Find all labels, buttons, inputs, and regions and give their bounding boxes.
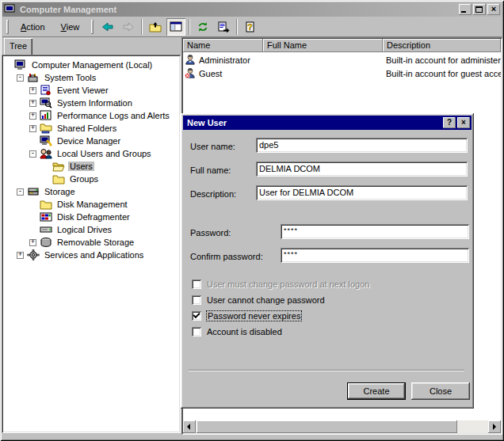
tree-item-label[interactable]: Device Manager	[55, 136, 122, 146]
checkbox-label[interactable]: User cannot change password	[207, 295, 325, 305]
close-button[interactable]: ×	[487, 4, 500, 15]
tree-item-label[interactable]: Computer Management (Local)	[30, 60, 154, 70]
tree-item-label[interactable]: Performance Logs and Alerts	[55, 111, 171, 120]
tree-item-icon	[40, 148, 52, 159]
maximize-button[interactable]	[473, 4, 486, 15]
tree-item[interactable]: + System Information	[2, 97, 181, 109]
full-name-label: Full name:	[190, 165, 231, 175]
tree-item[interactable]: - Local Users and Groups	[2, 147, 181, 160]
tree-item-label[interactable]: Storage	[43, 187, 77, 196]
scroll-right-icon	[493, 424, 496, 430]
user-name-field[interactable]: dpe5	[256, 138, 468, 153]
tab-tree[interactable]: Tree	[4, 38, 32, 55]
back-button[interactable]	[98, 18, 117, 36]
tree-item[interactable]: Groups	[2, 173, 181, 185]
tree-item[interactable]: + Services and Applications	[2, 249, 181, 261]
confirm-password-field[interactable]: ****	[281, 248, 469, 263]
user-name-label: User name:	[190, 142, 235, 151]
checkbox[interactable]	[192, 279, 201, 289]
tree-item-icon	[40, 110, 52, 121]
full-name-field[interactable]: DELMIA DCOM	[256, 162, 468, 177]
user-list-row[interactable]: Guest Built-in account for guest access …	[183, 67, 501, 81]
tree-item-label[interactable]: Users	[68, 162, 94, 171]
checkbox-label[interactable]: Password never expires	[207, 311, 301, 321]
tree-expander-icon[interactable]: +	[17, 252, 24, 259]
minimize-button[interactable]	[459, 4, 472, 15]
tree-item-label[interactable]: System Information	[55, 98, 134, 108]
column-header-name[interactable]: Name	[183, 39, 263, 52]
tree-item[interactable]: Disk Defragmenter	[2, 211, 181, 223]
confirm-password-label: Confirm password:	[190, 252, 263, 261]
user-icon	[184, 67, 196, 79]
dialog-close-button[interactable]: ×	[457, 117, 470, 128]
refresh-button[interactable]	[193, 18, 212, 36]
toolbar-grip[interactable]	[6, 20, 9, 34]
checkbox-row[interactable]: User cannot change password	[192, 292, 369, 308]
tree-expander-icon[interactable]: +	[29, 112, 36, 120]
checkbox[interactable]	[192, 327, 201, 336]
checkbox-label[interactable]: Account is disabled	[207, 327, 282, 336]
checkbox[interactable]	[192, 295, 201, 305]
tree-expander-icon[interactable]: -	[17, 188, 24, 196]
column-header-description[interactable]: Description	[383, 39, 501, 52]
tree-item[interactable]: Users	[2, 160, 181, 173]
show-hide-tree-button[interactable]	[166, 18, 185, 36]
tree-item[interactable]: Disk Management	[2, 198, 181, 211]
scrollbar-thumb[interactable]	[197, 420, 457, 433]
tree-item-label[interactable]: Shared Folders	[55, 124, 118, 133]
tree-item-icon	[27, 249, 40, 260]
checkbox-row[interactable]: Password never expires	[192, 308, 369, 324]
tree-item-label[interactable]: Groups	[68, 174, 100, 184]
tree-item[interactable]: Logical Drives	[2, 223, 181, 236]
checkbox[interactable]	[192, 311, 201, 321]
tree-item[interactable]: + Removable Storage	[2, 236, 181, 249]
tree-item-label[interactable]: Local Users and Groups	[55, 149, 153, 158]
new-user-dialog: New User ? × User name: dpe5 Full name: …	[181, 113, 474, 409]
menu-toolbar: Action View	[2, 17, 502, 37]
user-list-row[interactable]: Administrator Built-in account for admin…	[183, 54, 501, 67]
checkbox-row[interactable]: User must change password at next logon	[192, 276, 369, 292]
tree-item-icon	[52, 173, 65, 184]
description-field[interactable]: User for DELMIA DCOM	[256, 185, 468, 200]
checkbox-row[interactable]: Account is disabled	[192, 324, 369, 340]
up-folder-icon	[149, 21, 162, 32]
close-dialog-button[interactable]: Close	[411, 382, 470, 400]
tree-item[interactable]: - Storage	[2, 185, 181, 198]
tree-item-label[interactable]: Event Viewer	[55, 86, 110, 95]
forward-button[interactable]	[119, 18, 138, 36]
tree-item-label[interactable]: Disk Management	[55, 200, 129, 209]
tree-item-label[interactable]: Removable Storage	[55, 238, 136, 247]
help-button[interactable]: ?	[241, 18, 260, 36]
up-one-level-button[interactable]	[146, 18, 165, 36]
user-name-cell[interactable]: Guest	[199, 69, 222, 78]
tree-expander-icon[interactable]: -	[29, 150, 36, 158]
tree-item[interactable]: + Shared Folders	[2, 122, 181, 135]
user-name-cell[interactable]: Administrator	[199, 55, 250, 65]
scroll-left-button[interactable]	[183, 420, 196, 433]
tree-item-label[interactable]: Logical Drives	[55, 225, 113, 234]
tree-item-label[interactable]: Disk Defragmenter	[55, 212, 132, 222]
tree-expander-icon[interactable]: +	[29, 125, 36, 132]
tree-expander-icon[interactable]: +	[29, 239, 36, 246]
column-header-full-name[interactable]: Full Name	[263, 39, 383, 52]
horizontal-scrollbar[interactable]	[183, 420, 501, 433]
tree-item[interactable]: Device Manager	[2, 135, 181, 147]
tree-item[interactable]: - System Tools	[2, 71, 181, 84]
scroll-right-button[interactable]	[488, 420, 501, 433]
tree-expander-icon[interactable]: +	[29, 87, 36, 94]
tree-item[interactable]: + Event Viewer	[2, 84, 181, 97]
tree-item[interactable]: Computer Management (Local)	[2, 59, 181, 71]
toolbar-grip[interactable]	[91, 20, 94, 34]
export-list-button[interactable]	[214, 18, 233, 36]
tree-expander-icon[interactable]: +	[29, 100, 36, 107]
password-field[interactable]: ****	[281, 224, 469, 239]
tree-item[interactable]: + Performance Logs and Alerts	[2, 109, 181, 122]
checkbox-label[interactable]: User must change password at next logon	[207, 279, 369, 289]
create-button[interactable]: Create	[347, 382, 406, 400]
tree-item-label[interactable]: System Tools	[43, 73, 97, 82]
tree-item-label[interactable]: Services and Applications	[43, 250, 145, 260]
dialog-help-button[interactable]: ?	[443, 117, 456, 128]
menu-action[interactable]: Action	[13, 20, 53, 34]
menu-view[interactable]: View	[53, 20, 88, 34]
tree-expander-icon[interactable]: -	[17, 74, 24, 82]
